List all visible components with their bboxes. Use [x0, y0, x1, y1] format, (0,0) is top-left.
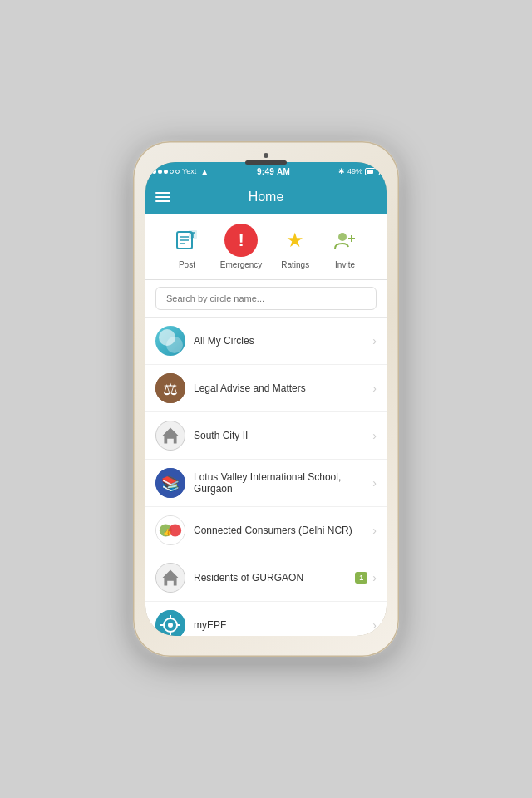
bluetooth-icon: ✱	[338, 167, 345, 175]
post-icon	[170, 224, 204, 257]
invite-icon	[328, 224, 362, 257]
home-svg-icon	[156, 421, 185, 451]
emergency-icon: !	[224, 224, 258, 257]
svg-text:👍: 👍	[163, 528, 172, 537]
chevron-icon: ›	[372, 476, 377, 490]
battery-fill	[367, 170, 373, 174]
phone-device: Yext ▲ 9:49 AM ✱ 49% Home	[133, 141, 399, 657]
list-item[interactable]: myEPF ›	[145, 602, 387, 636]
invite-label: Invite	[335, 260, 355, 269]
chevron-icon: ›	[372, 571, 377, 584]
hamburger-menu[interactable]	[155, 192, 170, 202]
residents-svg-icon	[156, 563, 185, 593]
carrier-label: Yext	[182, 167, 196, 175]
all-circles-icon	[155, 326, 185, 356]
status-time: 9:49 AM	[257, 167, 290, 176]
legal-icon: ⚖	[155, 373, 185, 403]
search-input[interactable]	[155, 287, 377, 310]
status-left: Yext ▲	[152, 167, 209, 176]
list-item[interactable]: ⚖ Legal Advise and Matters ›	[145, 365, 387, 412]
circles-list: All My Circles › ⚖ Legal Advise and Matt…	[145, 318, 387, 636]
emergency-exclamation: !	[238, 231, 244, 249]
school-svg-icon: 📚	[155, 468, 185, 498]
epf-icon	[155, 610, 185, 636]
wifi-icon: ▲	[200, 167, 209, 176]
camera-dot	[264, 153, 268, 158]
notification-badge: 1	[355, 572, 367, 584]
search-container	[145, 280, 387, 318]
circle-name: Connected Consumers (Delhi NCR)	[194, 525, 372, 536]
battery-percent: 49%	[347, 167, 362, 175]
list-item[interactable]: Residents of GURGAON 1 ›	[145, 554, 387, 602]
circle-name: South City II	[194, 430, 372, 441]
circle-name: Legal Advise and Matters	[194, 382, 372, 394]
app-header: Home	[145, 180, 387, 214]
signal-dot-1	[152, 170, 156, 174]
home-icon	[155, 421, 185, 451]
legal-svg-icon: ⚖	[155, 373, 185, 403]
header-title: Home	[249, 190, 284, 204]
chevron-icon: ›	[372, 382, 377, 395]
phone-top-elements	[245, 153, 287, 165]
ratings-icon: ★	[278, 224, 312, 257]
content-area: Post ! Emergency ★ Ratings	[145, 214, 387, 636]
list-item[interactable]: 👍 Connected Consumers (Delhi NCR) ›	[145, 507, 387, 554]
svg-point-24	[168, 623, 173, 628]
hamburger-line-2	[155, 196, 170, 198]
chevron-icon: ›	[372, 429, 377, 442]
consumers-icon: 👍	[155, 515, 185, 545]
post-svg-icon	[175, 229, 199, 252]
speaker-bar	[245, 160, 287, 165]
svg-point-7	[338, 233, 347, 241]
signal-dots	[152, 170, 180, 174]
signal-dot-5	[175, 170, 180, 174]
list-item[interactable]: All My Circles ›	[145, 318, 387, 365]
circle-name: Residents of GURGAON	[194, 572, 355, 584]
invite-svg-icon	[333, 229, 357, 252]
action-invite[interactable]: Invite	[328, 224, 362, 269]
epf-svg-icon	[155, 610, 185, 636]
action-emergency[interactable]: ! Emergency	[220, 224, 263, 269]
residents-icon	[155, 563, 185, 593]
list-item[interactable]: South City II ›	[145, 412, 387, 460]
hamburger-line-3	[155, 200, 170, 202]
circle-name: Lotus Valley International School, Gurga…	[194, 471, 372, 495]
post-label: Post	[179, 260, 195, 269]
phone-screen: Yext ▲ 9:49 AM ✱ 49% Home	[145, 162, 387, 636]
quick-actions-bar: Post ! Emergency ★ Ratings	[145, 214, 387, 280]
hamburger-line-1	[155, 192, 170, 194]
chevron-icon: ›	[372, 618, 377, 632]
svg-text:⚖: ⚖	[163, 380, 178, 398]
svg-text:📚: 📚	[161, 475, 180, 493]
action-ratings[interactable]: ★ Ratings	[278, 224, 312, 269]
status-right: ✱ 49%	[338, 167, 380, 175]
list-item[interactable]: 📚 Lotus Valley International School, Gur…	[145, 460, 387, 507]
signal-dot-4	[170, 170, 174, 174]
circle-name: All My Circles	[194, 335, 372, 347]
chevron-icon: ›	[372, 334, 377, 347]
chevron-icon: ›	[372, 524, 377, 537]
battery-icon	[365, 168, 380, 175]
consumers-svg-icon: 👍	[156, 515, 185, 545]
school-icon: 📚	[155, 468, 185, 498]
circle-name: myEPF	[194, 619, 372, 631]
emergency-label: Emergency	[220, 260, 263, 269]
signal-dot-3	[164, 170, 168, 174]
signal-dot-2	[158, 170, 162, 174]
ratings-label: Ratings	[281, 260, 309, 269]
status-bar: Yext ▲ 9:49 AM ✱ 49%	[145, 162, 387, 180]
action-post[interactable]: Post	[170, 224, 204, 269]
